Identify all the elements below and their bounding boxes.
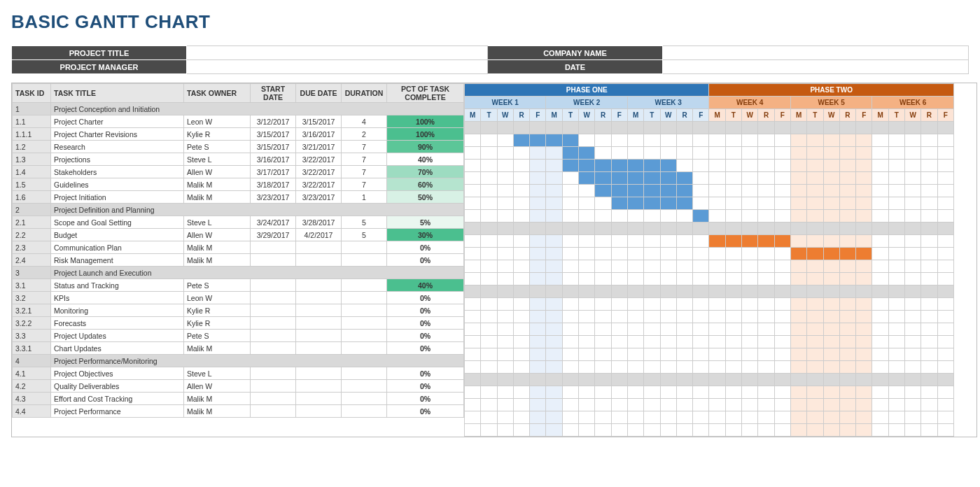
gantt-cell[interactable]: [497, 361, 513, 374]
gantt-cell[interactable]: [579, 160, 595, 172]
gantt-cell[interactable]: [709, 147, 725, 160]
gantt-cell[interactable]: [579, 424, 595, 437]
gantt-cell[interactable]: [513, 399, 529, 411]
gantt-cell[interactable]: [807, 298, 823, 311]
gantt-cell[interactable]: [627, 210, 643, 223]
task-title-cell[interactable]: Guidelines: [51, 178, 184, 191]
gantt-cell[interactable]: [644, 248, 660, 260]
col-task-title[interactable]: TASK TITLE: [51, 84, 184, 103]
gantt-cell[interactable]: [888, 361, 904, 374]
gantt-cell[interactable]: [758, 172, 774, 185]
gantt-cell[interactable]: [676, 235, 692, 248]
gantt-cell[interactable]: [530, 134, 546, 147]
gantt-cell[interactable]: [872, 348, 888, 361]
duration-cell[interactable]: [342, 279, 387, 292]
gantt-cell[interactable]: [790, 160, 806, 172]
gantt-cell[interactable]: [725, 323, 741, 336]
gantt-cell[interactable]: [823, 210, 839, 223]
gantt-cell[interactable]: [513, 348, 529, 361]
gantt-cell[interactable]: [644, 348, 660, 361]
gantt-cell[interactable]: [497, 399, 513, 411]
gantt-cell[interactable]: [465, 311, 481, 323]
task-owner-cell[interactable]: Malik M: [184, 191, 251, 204]
gantt-cell[interactable]: [693, 172, 709, 185]
gantt-cell[interactable]: [807, 172, 823, 185]
gantt-cell[interactable]: [856, 298, 872, 311]
gantt-cell[interactable]: [497, 311, 513, 323]
gantt-cell[interactable]: [856, 273, 872, 285]
gantt-cell[interactable]: [774, 248, 790, 260]
gantt-cell[interactable]: [937, 411, 953, 424]
gantt-cell[interactable]: [513, 311, 529, 323]
start-date-cell[interactable]: 3/18/2017: [251, 178, 296, 191]
gantt-cell[interactable]: [742, 260, 758, 273]
col-start-date[interactable]: STARTDATE: [251, 84, 296, 103]
gantt-cell[interactable]: [872, 336, 888, 348]
gantt-cell[interactable]: [807, 260, 823, 273]
gantt-cell[interactable]: [807, 185, 823, 197]
gantt-cell[interactable]: [709, 336, 725, 348]
gantt-cell[interactable]: [905, 311, 921, 323]
gantt-cell[interactable]: [888, 197, 904, 210]
pct-complete-cell[interactable]: 0%: [387, 342, 464, 355]
task-title-cell[interactable]: Research: [51, 141, 184, 153]
duration-cell[interactable]: 4: [342, 115, 387, 128]
gantt-cell[interactable]: [856, 160, 872, 172]
gantt-cell[interactable]: [790, 298, 806, 311]
task-title-cell[interactable]: Effort and Cost Tracking: [51, 393, 184, 405]
gantt-cell[interactable]: [546, 336, 562, 348]
gantt-cell[interactable]: [579, 298, 595, 311]
gantt-cell[interactable]: [676, 185, 692, 197]
task-owner-cell[interactable]: Pete S: [184, 279, 251, 292]
gantt-cell[interactable]: [790, 348, 806, 361]
task-title-cell[interactable]: Project Charter: [51, 115, 184, 128]
due-date-cell[interactable]: [296, 393, 342, 405]
gantt-cell[interactable]: [790, 424, 806, 437]
due-date-cell[interactable]: [296, 330, 342, 342]
gantt-cell[interactable]: [530, 298, 546, 311]
gantt-cell[interactable]: [872, 134, 888, 147]
gantt-cell[interactable]: [465, 147, 481, 160]
gantt-cell[interactable]: [774, 311, 790, 323]
pct-complete-cell[interactable]: 90%: [387, 141, 464, 153]
pct-complete-cell[interactable]: 0%: [387, 380, 464, 393]
gantt-cell[interactable]: [579, 147, 595, 160]
gantt-cell[interactable]: [725, 311, 741, 323]
gantt-cell[interactable]: [497, 185, 513, 197]
gantt-cell[interactable]: [513, 197, 529, 210]
gantt-cell[interactable]: [530, 260, 546, 273]
gantt-cell[interactable]: [872, 399, 888, 411]
gantt-cell[interactable]: [676, 399, 692, 411]
gantt-cell[interactable]: [497, 323, 513, 336]
gantt-cell[interactable]: [742, 160, 758, 172]
duration-cell[interactable]: 7: [342, 153, 387, 166]
gantt-cell[interactable]: [611, 134, 627, 147]
pct-complete-cell[interactable]: 0%: [387, 317, 464, 330]
gantt-cell[interactable]: [530, 210, 546, 223]
gantt-cell[interactable]: [530, 147, 546, 160]
gantt-cell[interactable]: [905, 399, 921, 411]
gantt-cell[interactable]: [774, 260, 790, 273]
gantt-cell[interactable]: [742, 424, 758, 437]
gantt-cell[interactable]: [546, 147, 562, 160]
duration-cell[interactable]: [342, 241, 387, 254]
gantt-cell[interactable]: [595, 311, 611, 323]
start-date-cell[interactable]: [251, 292, 296, 304]
gantt-cell[interactable]: [709, 248, 725, 260]
gantt-cell[interactable]: [676, 323, 692, 336]
gantt-cell[interactable]: [709, 298, 725, 311]
gantt-cell[interactable]: [790, 147, 806, 160]
gantt-cell[interactable]: [709, 386, 725, 399]
gantt-cell[interactable]: [790, 386, 806, 399]
task-owner-cell[interactable]: Allen W: [184, 166, 251, 178]
gantt-cell[interactable]: [660, 361, 676, 374]
gantt-cell[interactable]: [579, 197, 595, 210]
gantt-cell[interactable]: [839, 323, 855, 336]
gantt-cell[interactable]: [660, 235, 676, 248]
gantt-cell[interactable]: [823, 311, 839, 323]
gantt-cell[interactable]: [709, 185, 725, 197]
gantt-cell[interactable]: [790, 172, 806, 185]
gantt-cell[interactable]: [856, 323, 872, 336]
gantt-cell[interactable]: [693, 197, 709, 210]
gantt-cell[interactable]: [807, 197, 823, 210]
